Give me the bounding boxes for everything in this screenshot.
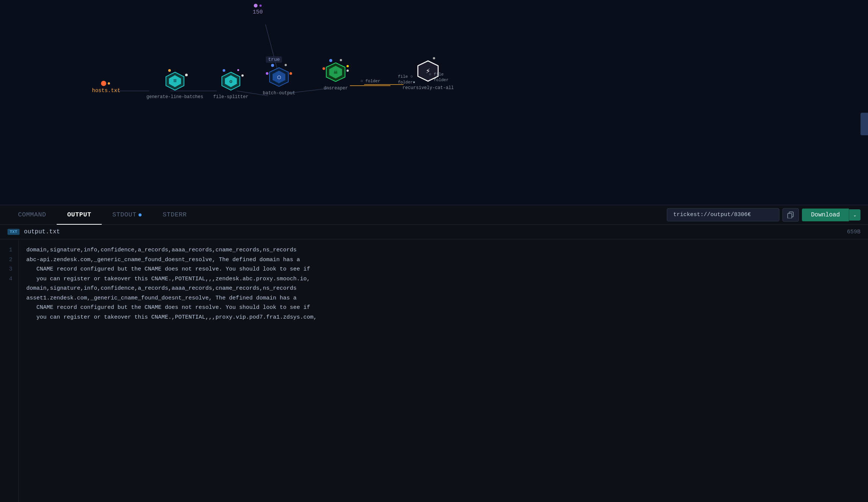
tab-stderr[interactable]: STDERR xyxy=(152,205,197,225)
file-size: 659B xyxy=(847,229,860,235)
workflow-canvas: 150 hosts.txt ≡ generate-line-batches xyxy=(0,0,868,205)
node-hosts[interactable]: hosts.txt xyxy=(92,81,121,94)
node-generate-line-batches[interactable]: ≡ generate-line-batches xyxy=(146,71,203,100)
node-generate-label: generate-line-batches xyxy=(146,94,203,100)
download-button[interactable]: Download xyxy=(802,209,849,221)
line-num: 1 xyxy=(6,245,12,255)
bottom-panel: COMMAND OUTPUT STDOUT STDERR Download ⌄ xyxy=(0,205,868,502)
copy-button[interactable] xyxy=(782,208,799,222)
svg-text:⚙: ⚙ xyxy=(229,79,232,85)
node-top-150[interactable]: 150 xyxy=(253,4,263,15)
connections-svg xyxy=(0,0,868,205)
code-content[interactable]: domain,signature,info,confidence,a_recor… xyxy=(19,239,868,502)
node-batch-output[interactable]: true ⬡ batch-output xyxy=(263,67,295,96)
file-item[interactable]: TXT output.txt 659B xyxy=(0,225,868,239)
file-badge: TXT xyxy=(8,229,20,235)
tab-stdout[interactable]: STDOUT xyxy=(102,205,152,225)
port-output-folder: ○ folder xyxy=(429,78,449,82)
node-dnsreaper-label: dnsreaper xyxy=(324,86,348,91)
download-button-group: Download ⌄ xyxy=(802,209,860,221)
node-150-label: 150 xyxy=(253,9,263,15)
side-indicator[interactable] xyxy=(860,113,868,135)
line-num: 4 xyxy=(6,274,12,284)
tab-output[interactable]: OUTPUT xyxy=(57,205,102,225)
node-recursively-cat-all[interactable]: ⚡ recursively-cat-all xyxy=(402,60,454,91)
line-num: 3 xyxy=(6,265,12,274)
svg-text:☠: ☠ xyxy=(334,68,338,76)
file-list: TXT output.txt 659B xyxy=(0,225,868,239)
svg-text:≡: ≡ xyxy=(173,78,177,85)
stdout-dot xyxy=(139,213,142,216)
url-area: Download ⌄ xyxy=(667,208,860,222)
port-label-folder1: ○ folder xyxy=(360,79,380,83)
tab-bar: COMMAND OUTPUT STDOUT STDERR Download ⌄ xyxy=(0,205,868,225)
svg-text:⬡: ⬡ xyxy=(277,75,281,80)
node-dnsreaper[interactable]: ☠ dnsreaper xyxy=(324,62,348,91)
code-area: 1234 domain,signature,info,confidence,a_… xyxy=(0,239,868,502)
node-recursively-cat-all-label: recursively-cat-all xyxy=(402,85,454,91)
line-num: 2 xyxy=(6,255,12,265)
file-name: output.txt xyxy=(24,228,60,235)
node-hosts-label: hosts.txt xyxy=(92,88,121,94)
url-input[interactable] xyxy=(667,208,779,221)
svg-rect-22 xyxy=(788,213,792,218)
node-batch-output-label: batch-output xyxy=(263,91,295,96)
node-file-splitter[interactable]: ⚙ file-splitter xyxy=(213,71,249,100)
line-numbers: 1234 xyxy=(0,239,19,502)
tab-command[interactable]: COMMAND xyxy=(8,205,57,225)
node-file-splitter-label: file-splitter xyxy=(213,94,249,100)
download-dropdown-arrow[interactable]: ⌄ xyxy=(849,209,860,221)
port-output-file: ○ file xyxy=(429,72,444,77)
